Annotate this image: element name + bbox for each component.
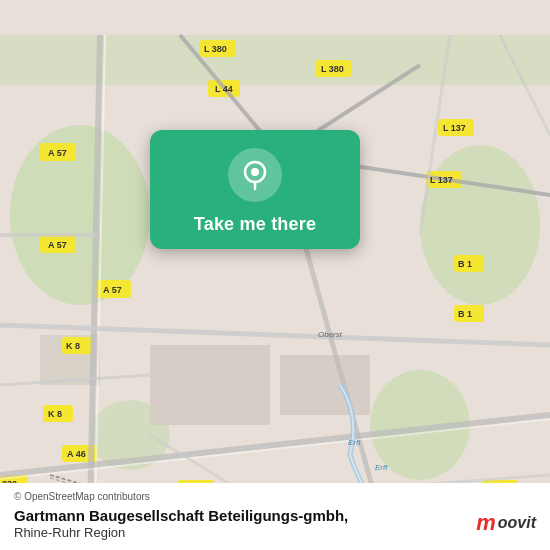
svg-text:L 137: L 137 bbox=[430, 175, 453, 185]
location-subtitle: Rhine-Ruhr Region bbox=[14, 525, 536, 540]
svg-text:A 46: A 46 bbox=[67, 449, 86, 459]
svg-text:K 8: K 8 bbox=[66, 341, 80, 351]
svg-text:L 380: L 380 bbox=[321, 64, 344, 74]
take-me-there-button-label: Take me there bbox=[194, 214, 316, 235]
svg-text:L 137: L 137 bbox=[443, 123, 466, 133]
svg-point-64 bbox=[251, 168, 259, 176]
svg-text:A 57: A 57 bbox=[48, 240, 67, 250]
map-container: A 57 A 57 A 57 L 44 L 380 L 380 L 137 L … bbox=[0, 0, 550, 550]
svg-rect-5 bbox=[0, 35, 550, 85]
svg-text:A 57: A 57 bbox=[103, 285, 122, 295]
moovit-logo: m oovit bbox=[476, 510, 536, 536]
svg-point-2 bbox=[420, 145, 540, 305]
svg-rect-7 bbox=[280, 355, 370, 415]
svg-text:Erft: Erft bbox=[375, 463, 388, 472]
map-background: A 57 A 57 A 57 L 44 L 380 L 380 L 137 L … bbox=[0, 0, 550, 550]
svg-text:L 380: L 380 bbox=[204, 44, 227, 54]
svg-text:A 57: A 57 bbox=[48, 148, 67, 158]
svg-text:Oberst: Oberst bbox=[318, 330, 343, 339]
bottom-info-bar: © OpenStreetMap contributors Gartmann Ba… bbox=[0, 483, 550, 551]
location-title: Gartmann Baugesellschaft Beteiligungs-gm… bbox=[14, 506, 536, 526]
location-icon-circle bbox=[228, 148, 282, 202]
map-attribution: © OpenStreetMap contributors bbox=[14, 491, 536, 502]
svg-rect-6 bbox=[150, 345, 270, 425]
take-me-there-card[interactable]: Take me there bbox=[150, 130, 360, 249]
location-pin-icon bbox=[239, 159, 271, 191]
svg-text:B 1: B 1 bbox=[458, 309, 472, 319]
svg-text:B 1: B 1 bbox=[458, 259, 472, 269]
svg-point-1 bbox=[10, 125, 150, 305]
svg-text:K 8: K 8 bbox=[48, 409, 62, 419]
moovit-logo-text: oovit bbox=[498, 514, 536, 532]
svg-text:L 44: L 44 bbox=[215, 84, 233, 94]
svg-text:Erft: Erft bbox=[348, 438, 361, 447]
moovit-logo-m: m bbox=[476, 510, 496, 536]
